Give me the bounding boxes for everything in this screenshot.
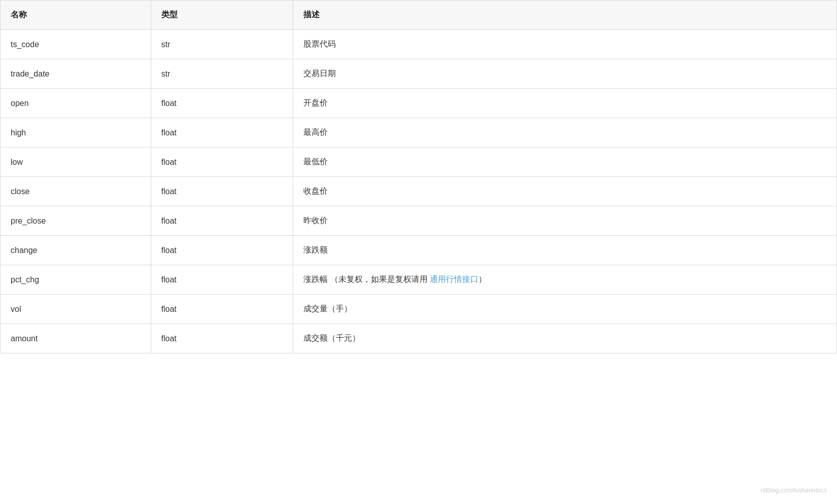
table-row: trade_datestr交易日期 — [1, 59, 837, 89]
watermark: nttblog.com/tusharedocs — [760, 487, 827, 494]
cell-name: change — [1, 236, 151, 265]
cell-name: ts_code — [1, 30, 151, 59]
header-type: 类型 — [151, 1, 293, 30]
table-row: volfloat成交量（手） — [1, 295, 837, 324]
cell-type: float — [151, 206, 293, 236]
table-row: amountfloat成交额（千元） — [1, 324, 837, 353]
table-row: lowfloat最低价 — [1, 148, 837, 177]
table-row: ts_codestr股票代码 — [1, 30, 837, 59]
cell-type: float — [151, 89, 293, 118]
table-row: openfloat开盘价 — [1, 89, 837, 118]
table-row: pre_closefloat昨收价 — [1, 206, 837, 236]
cell-name: amount — [1, 324, 151, 353]
cell-desc: 最高价 — [293, 118, 837, 148]
cell-type: float — [151, 177, 293, 206]
table-row: changefloat涨跌额 — [1, 236, 837, 265]
cell-type: str — [151, 30, 293, 59]
table-header-row: 名称 类型 描述 — [1, 1, 837, 30]
cell-name: open — [1, 89, 151, 118]
cell-desc: 涨跌额 — [293, 236, 837, 265]
cell-desc: 涨跌幅 （未复权，如果是复权请用 通用行情接口） — [293, 265, 837, 295]
cell-desc: 股票代码 — [293, 30, 837, 59]
cell-name: pre_close — [1, 206, 151, 236]
cell-type: float — [151, 265, 293, 295]
cell-desc: 交易日期 — [293, 59, 837, 89]
universal-market-link[interactable]: 通用行情接口 — [430, 275, 478, 283]
table-row: highfloat最高价 — [1, 118, 837, 148]
desc-suffix-text: ） — [478, 275, 486, 283]
cell-name: high — [1, 118, 151, 148]
field-table: 名称 类型 描述 ts_codestr股票代码trade_datestr交易日期… — [0, 0, 837, 353]
cell-type: float — [151, 118, 293, 148]
cell-name: trade_date — [1, 59, 151, 89]
cell-type: float — [151, 236, 293, 265]
cell-desc: 成交量（手） — [293, 295, 837, 324]
table-row: pct_chgfloat涨跌幅 （未复权，如果是复权请用 通用行情接口） — [1, 265, 837, 295]
cell-desc: 收盘价 — [293, 177, 837, 206]
header-name: 名称 — [1, 1, 151, 30]
cell-name: low — [1, 148, 151, 177]
cell-desc: 开盘价 — [293, 89, 837, 118]
cell-type: float — [151, 324, 293, 353]
table-row: closefloat收盘价 — [1, 177, 837, 206]
cell-desc: 最低价 — [293, 148, 837, 177]
cell-type: float — [151, 148, 293, 177]
cell-desc: 成交额（千元） — [293, 324, 837, 353]
data-table-container: 名称 类型 描述 ts_codestr股票代码trade_datestr交易日期… — [0, 0, 837, 353]
desc-prefix-text: 涨跌幅 （未复权，如果是复权请用 — [303, 275, 430, 283]
cell-desc: 昨收价 — [293, 206, 837, 236]
cell-type: str — [151, 59, 293, 89]
cell-name: close — [1, 177, 151, 206]
cell-type: float — [151, 295, 293, 324]
cell-name: vol — [1, 295, 151, 324]
header-desc: 描述 — [293, 1, 837, 30]
cell-name: pct_chg — [1, 265, 151, 295]
